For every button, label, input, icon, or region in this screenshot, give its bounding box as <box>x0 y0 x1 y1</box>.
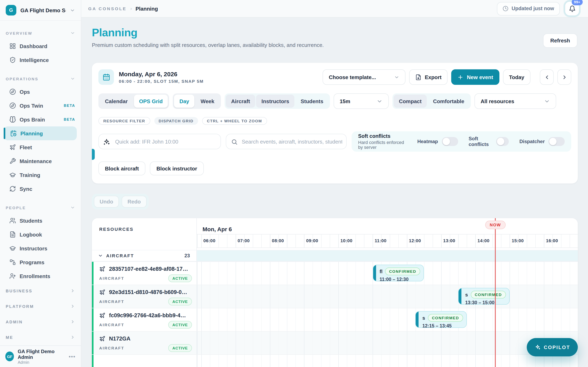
search-input[interactable] <box>226 134 346 149</box>
conflicts-panel: Soft conflicts Hard conflicts enforced b… <box>352 131 571 152</box>
date-subtitle: 06:00 - 22:00, SLOT 15M, SNAP 5M <box>119 79 204 83</box>
resource-type: AIRCRAFT <box>99 299 124 304</box>
chevron-down-icon <box>544 98 550 104</box>
sidebar-item-maintenance[interactable]: Maintenance <box>0 154 81 168</box>
user-menu-button[interactable]: ••• <box>69 353 76 359</box>
plane-icon <box>9 144 16 150</box>
tab-week[interactable]: Week <box>195 95 220 108</box>
sidebar-item-logbook[interactable]: Logbook <box>0 227 81 242</box>
group-header-aircraft[interactable]: AIRCRAFT 23 <box>92 250 578 261</box>
tab-calendar[interactable]: Calendar <box>100 95 133 108</box>
sidebar-item-enrollments[interactable]: Enrollments <box>0 269 81 283</box>
event-block[interactable]: flight — CONFIRMED 11:00 – 12:30 <box>373 265 424 281</box>
sidebar-item-ops-twin[interactable]: Ops Twin BETA <box>0 99 81 113</box>
tab-day[interactable]: Day <box>174 95 195 108</box>
sidebar-item-ops-brain[interactable]: Ops Brain BETA <box>0 113 81 126</box>
event-status-badge: CONFIRMED <box>385 267 420 275</box>
quick-add-field <box>98 134 221 149</box>
resource-row[interactable] <box>92 354 578 367</box>
content: Planning Premium custom scheduling with … <box>81 17 588 367</box>
sidebar-nav: OVERVIEW Dashboard Intelligence OPERATIO… <box>0 21 81 345</box>
section-people[interactable]: PEOPLE <box>6 203 75 212</box>
event-block[interactable]: sim — CONFIRMED 13:30 – 15:00 <box>458 288 510 305</box>
copilot-button[interactable]: COPILOT <box>527 338 578 356</box>
graduation-cap-icon <box>9 172 16 178</box>
sidebar-item-intelligence[interactable]: Intelligence <box>0 53 81 67</box>
section-admin[interactable]: ADMIN <box>0 314 81 329</box>
section-overview[interactable]: OVERVIEW <box>6 29 75 38</box>
sidebar-item-students[interactable]: Students <box>0 214 81 227</box>
section-business[interactable]: BUSINESS <box>0 283 81 299</box>
file-text-icon <box>9 231 16 238</box>
dispatcher-toggle[interactable] <box>548 137 565 146</box>
sidebar-item-sync[interactable]: Sync <box>0 182 81 196</box>
status-badge: ACTIVE <box>168 298 192 305</box>
block-instructor-button[interactable]: Block instructor <box>150 161 204 175</box>
page-subtitle: Premium custom scheduling with split res… <box>92 42 324 48</box>
panel-drag-handle[interactable] <box>92 149 95 160</box>
shield-check-icon <box>9 57 16 63</box>
tab-students[interactable]: Students <box>295 95 329 108</box>
plane-icon <box>99 312 105 318</box>
tab-compact[interactable]: Compact <box>394 95 427 108</box>
new-event-button[interactable]: New event <box>451 69 499 85</box>
tab-instructors[interactable]: Instructors <box>256 95 295 108</box>
user-plus-icon <box>9 273 16 279</box>
sidebar-item-fleet[interactable]: Fleet <box>0 140 81 154</box>
resource-row[interactable]: 28357107-ee82-4e89-af08-17… AIRCRAFT ACT… <box>92 261 578 285</box>
resource-row[interactable]: 92e3d151-d810-4876-b609-0… AIRCRAFT ACTI… <box>92 285 578 308</box>
hour-tick: 14:00 <box>477 238 489 243</box>
resource-row[interactable]: N172GA AIRCRAFT ACTIVE <box>92 331 578 354</box>
chevron-down-icon <box>70 76 75 81</box>
conflicts-subtitle: Hard conflicts enforced by server <box>358 140 407 150</box>
resource-name: N172GA <box>109 336 130 342</box>
section-me[interactable]: ME <box>0 329 81 345</box>
resource-filter-chip[interactable]: RESOURCE FILTER <box>98 117 150 125</box>
tab-comfortable[interactable]: Comfortable <box>428 95 470 108</box>
user-footer[interactable]: GF GA Flight Demo Admin Admin ••• <box>0 345 81 367</box>
chevron-down-icon <box>70 205 75 210</box>
redo-button[interactable]: Redo <box>122 196 146 208</box>
chevron-down-icon <box>70 8 75 13</box>
section-operations[interactable]: OPERATIONS <box>6 74 75 83</box>
resource-type-segment: Aircraft Instructors Students <box>225 93 330 109</box>
sidebar-item-programs[interactable]: Programs <box>0 255 81 269</box>
notifications-button[interactable]: 99+ <box>565 1 579 16</box>
heatmap-toggle[interactable] <box>442 137 458 146</box>
today-button[interactable]: Today <box>503 69 530 85</box>
sidebar-item-ops[interactable]: Ops <box>0 85 81 99</box>
workflow-icon <box>9 259 16 266</box>
wrench-icon <box>9 158 16 164</box>
calendar-clock-icon <box>10 130 17 137</box>
sidebar-item-dashboard[interactable]: Dashboard <box>0 39 81 53</box>
org-switcher[interactable]: G GA Flight Demo Sc... <box>0 0 81 21</box>
export-button[interactable]: Export <box>409 69 448 85</box>
tab-ops-grid[interactable]: OPS Grid <box>134 95 168 108</box>
time-axis: 06:00 07:00 08:00 09:00 10:00 11:00 12:0… <box>197 234 578 248</box>
resources-filter-select[interactable]: All resources <box>475 93 556 109</box>
search-field <box>226 134 347 149</box>
block-aircraft-button[interactable]: Block aircraft <box>98 161 145 175</box>
soft-conflicts-toggle[interactable] <box>496 137 509 146</box>
slot-size-select[interactable]: 15m <box>334 93 389 109</box>
section-platform[interactable]: PLATFORM <box>0 299 81 314</box>
file-down-icon <box>415 74 421 80</box>
breadcrumb-root[interactable]: GA CONSOLE <box>88 6 127 11</box>
chevron-down-icon <box>394 75 399 80</box>
plus-icon <box>458 74 464 80</box>
template-select[interactable]: Choose template... <box>323 69 406 85</box>
tab-aircraft[interactable]: Aircraft <box>226 95 255 108</box>
refresh-button[interactable]: Refresh <box>543 33 577 48</box>
sidebar-item-instructors[interactable]: Instructors <box>0 242 81 255</box>
undo-button[interactable]: Undo <box>94 196 119 208</box>
resource-row[interactable]: fc09c996-2766-42a6-bbb9-4… AIRCRAFT ACTI… <box>92 308 578 331</box>
event-block[interactable]: sim — CONFIRMED 12:15 – 13:45 <box>415 311 467 328</box>
sidebar-item-planning[interactable]: Planning <box>4 126 77 140</box>
quick-add-input[interactable] <box>99 134 221 149</box>
status-badge: ACTIVE <box>168 321 192 329</box>
compass-icon <box>9 102 16 109</box>
resource-name: 92e3d151-d810-4876-b609-0… <box>109 289 187 295</box>
next-day-button[interactable] <box>557 69 571 85</box>
sidebar-item-training[interactable]: Training <box>0 168 81 182</box>
prev-day-button[interactable] <box>540 69 554 85</box>
